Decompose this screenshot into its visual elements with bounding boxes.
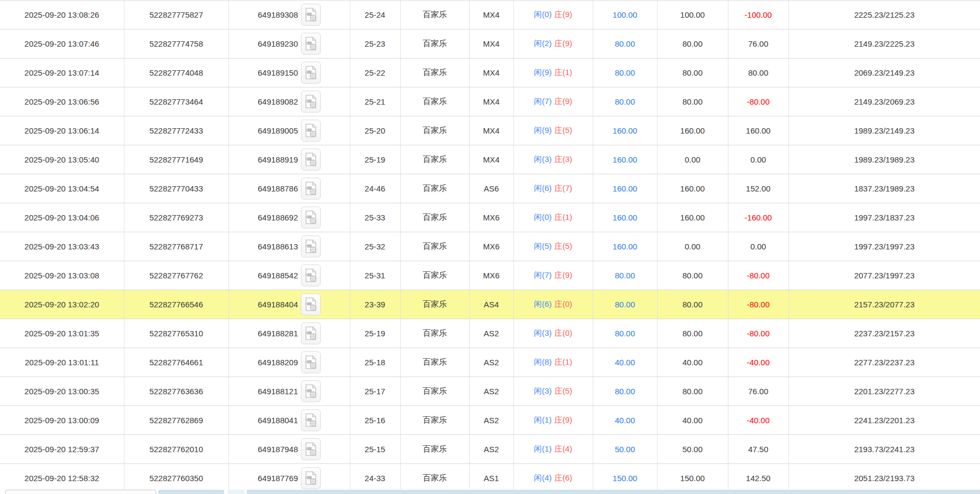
game-id-cell: 649188786 [229, 174, 350, 203]
video-replay-button[interactable] [301, 62, 321, 84]
bet-amount-cell[interactable]: 160.00 [593, 232, 657, 261]
bet-time-cell: 2025-09-20 13:05:40 [0, 145, 124, 174]
banker-result: 庄(5) [555, 241, 572, 250]
game-round-id: 649189150 [257, 68, 298, 77]
table-code-cell: MX4 [469, 116, 513, 145]
bet-amount-cell[interactable]: 160.00 [593, 116, 657, 145]
video-replay-button[interactable] [301, 380, 321, 402]
bet-id-cell: 522827772433 [124, 116, 229, 145]
bet-amount-cell[interactable]: 100.00 [593, 1, 657, 30]
video-replay-button[interactable] [301, 438, 321, 460]
footer-input[interactable] [5, 490, 156, 494]
video-replay-button[interactable] [301, 322, 321, 344]
video-replay-button[interactable] [301, 293, 321, 315]
video-replay-button[interactable] [301, 33, 321, 55]
bet-id-cell: 522827774758 [124, 30, 229, 58]
bet-time-cell: 2025-09-20 12:59:37 [0, 435, 124, 464]
banker-result: 庄(9) [555, 270, 572, 279]
video-replay-button[interactable] [301, 120, 321, 142]
video-replay-button[interactable] [301, 178, 321, 200]
game-id-cell: 649188542 [229, 261, 350, 290]
shoe-round-cell: 25-24 [350, 1, 400, 30]
game-round-id: 649188281 [257, 329, 298, 338]
footer-bar [0, 489, 980, 494]
game-round-id: 649188692 [257, 213, 298, 222]
table-row: 2025-09-20 13:01:11 522827764661 6491882… [0, 348, 980, 377]
bet-amount-cell[interactable]: 50.00 [593, 435, 657, 464]
game-id-cell: 649188209 [229, 348, 350, 377]
shoe-round-cell: 25-18 [350, 348, 400, 377]
video-record-icon [305, 413, 317, 427]
shoe-round-cell: 24-46 [350, 174, 400, 203]
bet-amount-cell[interactable]: 160.00 [593, 174, 657, 203]
bet-amount-cell[interactable]: 80.00 [593, 377, 657, 406]
game-name-cell: 百家乐 [400, 377, 469, 406]
bet-time-cell: 2025-09-20 13:00:35 [0, 377, 124, 406]
video-record-icon [305, 471, 317, 485]
player-result: 闲(9) [534, 126, 551, 135]
bet-id-cell: 522827770433 [124, 174, 229, 203]
valid-bet-cell: 160.00 [657, 116, 728, 145]
video-replay-button[interactable] [301, 207, 321, 228]
bet-amount-cell[interactable]: 80.00 [593, 319, 657, 348]
video-replay-button[interactable] [301, 4, 321, 26]
records-table-body: 2025-09-20 13:08:26 522827775827 6491893… [0, 1, 980, 493]
player-result: 闲(5) [534, 241, 551, 250]
game-name-cell: 百家乐 [400, 261, 469, 290]
banker-result: 庄(0) [555, 299, 572, 308]
valid-bet-cell: 0.00 [657, 145, 728, 174]
bet-id-cell: 522827773464 [124, 87, 229, 116]
balance-cell: 2201.23/2277.23 [789, 377, 980, 406]
video-replay-button[interactable] [301, 91, 321, 113]
shoe-round-cell: 23-39 [350, 290, 400, 319]
bet-amount-cell[interactable]: 150.00 [593, 464, 657, 493]
game-id-cell: 649189230 [229, 30, 350, 58]
table-code-cell: MX6 [469, 261, 513, 290]
valid-bet-cell: 80.00 [657, 261, 728, 290]
video-record-icon [305, 94, 317, 109]
video-replay-button[interactable] [301, 149, 321, 171]
bet-amount-cell[interactable]: 160.00 [593, 145, 657, 174]
win-loss-cell: -80.00 [728, 261, 789, 290]
bet-amount-cell[interactable]: 40.00 [593, 406, 657, 435]
bet-id-cell: 522827762010 [124, 435, 229, 464]
bet-id-cell: 522827767762 [124, 261, 229, 290]
valid-bet-cell: 80.00 [657, 58, 728, 87]
game-id-cell: 649187769 [229, 464, 350, 493]
video-replay-button[interactable] [301, 409, 321, 431]
game-round-id: 649187948 [257, 445, 298, 454]
shoe-round-cell: 25-23 [350, 30, 400, 58]
table-code-cell: AS2 [469, 435, 513, 464]
balance-cell: 2069.23/2149.23 [789, 58, 980, 87]
game-id-cell: 649188281 [229, 319, 350, 348]
video-record-icon [305, 152, 317, 167]
bet-amount-cell[interactable]: 80.00 [593, 261, 657, 290]
video-record-icon [305, 181, 317, 196]
footer-button[interactable] [158, 490, 224, 494]
player-result: 闲(8) [534, 357, 551, 366]
video-replay-button[interactable] [301, 235, 321, 257]
bet-amount-cell[interactable]: 80.00 [593, 87, 657, 116]
valid-bet-cell: 0.00 [657, 232, 728, 261]
bet-amount-cell[interactable]: 80.00 [593, 58, 657, 87]
video-replay-button[interactable] [301, 264, 321, 286]
table-row: 2025-09-20 13:02:20 522827766546 6491884… [0, 290, 980, 319]
banker-result: 庄(9) [555, 415, 572, 424]
bet-amount-cell[interactable]: 160.00 [593, 203, 657, 232]
player-result: 闲(3) [534, 386, 551, 395]
bet-time-cell: 2025-09-20 13:06:56 [0, 87, 124, 116]
bet-amount-cell[interactable]: 40.00 [593, 348, 657, 377]
shoe-round-cell: 25-19 [350, 319, 400, 348]
table-code-cell: MX4 [469, 58, 513, 87]
game-id-cell: 649189082 [229, 87, 350, 116]
player-result: 闲(0) [534, 10, 551, 19]
video-replay-button[interactable] [301, 467, 321, 489]
bet-amount-cell[interactable]: 80.00 [593, 290, 657, 319]
bet-time-cell: 2025-09-20 13:04:06 [0, 203, 124, 232]
game-name-cell: 百家乐 [400, 203, 469, 232]
game-name-cell: 百家乐 [400, 116, 469, 145]
game-id-cell: 649187948 [229, 435, 350, 464]
video-replay-button[interactable] [301, 351, 321, 373]
bet-id-cell: 522827769273 [124, 203, 229, 232]
bet-amount-cell[interactable]: 80.00 [593, 30, 657, 58]
